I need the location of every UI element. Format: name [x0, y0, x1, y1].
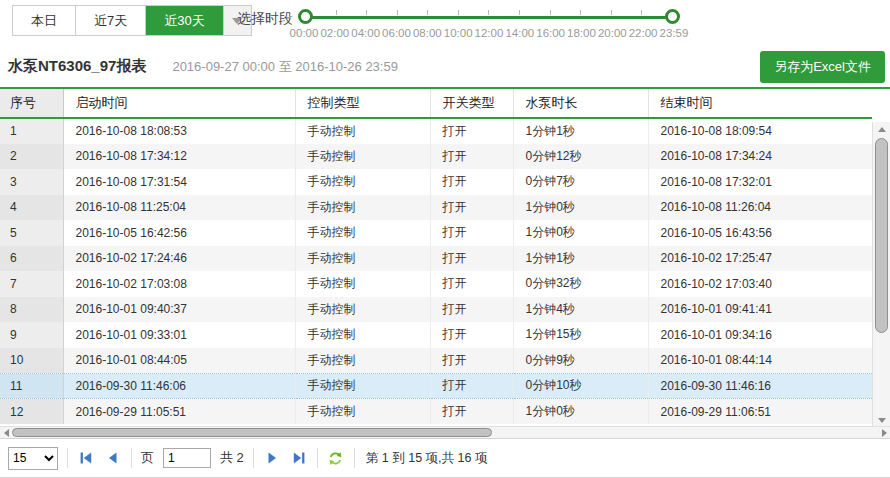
- start-time-cell: 2016-10-01 08:44:05: [63, 348, 295, 374]
- control-type-cell: 手动控制: [295, 246, 430, 272]
- report-table-container: 序号 启动时间 控制类型 开关类型 水泵时长 结束时间 1 2016-10-08…: [0, 87, 890, 438]
- start-time-cell: 2016-10-08 11:25:04: [63, 195, 295, 221]
- switch-type-cell: 打开: [430, 169, 513, 195]
- duration-cell: 1分钟0秒: [513, 195, 648, 221]
- range-button-30days[interactable]: 近30天: [146, 6, 223, 35]
- vertical-scrollbar-thumb[interactable]: [875, 138, 888, 333]
- end-time-cell: 2016-10-08 18:09:54: [648, 118, 872, 144]
- row-index-cell: 6: [0, 246, 63, 272]
- column-header-control-type[interactable]: 控制类型: [295, 89, 430, 118]
- next-page-icon: [264, 450, 280, 466]
- pager-separator: [354, 448, 355, 468]
- horizontal-scrollbar[interactable]: [0, 426, 890, 438]
- first-page-button[interactable]: [77, 449, 95, 467]
- start-time-cell: 2016-10-05 16:42:56: [63, 220, 295, 246]
- duration-cell: 1分钟15秒: [513, 322, 648, 348]
- control-type-cell: 手动控制: [295, 399, 430, 425]
- scroll-up-icon[interactable]: [873, 122, 890, 137]
- duration-cell: 1分钟0秒: [513, 220, 648, 246]
- end-time-cell: 2016-10-08 11:26:04: [648, 195, 872, 221]
- range-button-today[interactable]: 本日: [13, 6, 76, 35]
- table-row[interactable]: 4 2016-10-08 11:25:04 手动控制 打开 1分钟0秒 2016…: [0, 195, 872, 221]
- scroll-left-icon[interactable]: [0, 427, 12, 439]
- horizontal-scrollbar-thumb[interactable]: [12, 428, 492, 437]
- column-header-duration[interactable]: 水泵时长: [513, 89, 648, 118]
- control-type-cell: 手动控制: [295, 195, 430, 221]
- slider-handle-end[interactable]: [665, 9, 680, 24]
- end-time-cell: 2016-10-01 08:44:14: [648, 348, 872, 374]
- slider-tickmarks: [305, 10, 673, 15]
- slider-tick-labels: 00:0002:00 04:0006:00 08:0010:00 12:0014…: [289, 27, 689, 39]
- switch-type-cell: 打开: [430, 195, 513, 221]
- row-index-cell: 12: [0, 399, 63, 425]
- start-time-cell: 2016-10-08 17:31:54: [63, 169, 295, 195]
- switch-type-cell: 打开: [430, 271, 513, 297]
- table-row[interactable]: 2 2016-10-08 17:34:12 手动控制 打开 0分钟12秒 201…: [0, 144, 872, 170]
- table-row[interactable]: 10 2016-10-01 08:44:05 手动控制 打开 0分钟9秒 201…: [0, 348, 872, 374]
- prev-page-button[interactable]: [104, 449, 122, 467]
- start-time-cell: 2016-10-02 17:24:46: [63, 246, 295, 272]
- slider-handle-start[interactable]: [298, 9, 313, 24]
- row-index-cell: 2: [0, 144, 63, 170]
- row-index-cell: 3: [0, 169, 63, 195]
- row-index-cell: 5: [0, 220, 63, 246]
- row-index-cell: 10: [0, 348, 63, 374]
- pager-separator: [67, 448, 68, 468]
- end-time-cell: 2016-10-08 17:32:01: [648, 169, 872, 195]
- end-time-cell: 2016-09-30 11:46:16: [648, 373, 872, 399]
- table-header-row: 序号 启动时间 控制类型 开关类型 水泵时长 结束时间: [0, 89, 872, 118]
- start-time-cell: 2016-10-08 18:08:53: [63, 118, 295, 144]
- control-type-cell: 手动控制: [295, 322, 430, 348]
- duration-cell: 0分钟32秒: [513, 271, 648, 297]
- start-time-cell: 2016-10-01 09:40:37: [63, 297, 295, 323]
- table-row[interactable]: 8 2016-10-01 09:40:37 手动控制 打开 1分钟4秒 2016…: [0, 297, 872, 323]
- page-size-select[interactable]: 15: [8, 447, 58, 470]
- duration-cell: 1分钟0秒: [513, 399, 648, 425]
- column-header-end-time[interactable]: 结束时间: [648, 89, 872, 118]
- pager-separator: [317, 448, 318, 468]
- table-row[interactable]: 12 2016-09-29 11:05:51 手动控制 打开 1分钟0秒 201…: [0, 399, 872, 425]
- control-type-cell: 手动控制: [295, 348, 430, 374]
- report-date-range: 2016-09-27 00:00 至 2016-10-26 23:59: [172, 58, 398, 76]
- export-excel-button[interactable]: 另存为Excel文件: [760, 51, 885, 83]
- refresh-icon: [328, 451, 343, 466]
- pager-separator: [253, 448, 254, 468]
- column-header-index[interactable]: 序号: [0, 89, 63, 118]
- table-row[interactable]: 9 2016-10-01 09:33:01 手动控制 打开 1分钟15秒 201…: [0, 322, 872, 348]
- date-range-button-group: 本日 近7天 近30天: [12, 5, 252, 36]
- toolbar: 本日 近7天 近30天 选择时段 00:0002:00 04:0006:00 0…: [0, 0, 890, 46]
- start-time-cell: 2016-10-08 17:34:12: [63, 144, 295, 170]
- control-type-cell: 手动控制: [295, 220, 430, 246]
- table-row[interactable]: 7 2016-10-02 17:03:08 手动控制 打开 0分钟32秒 201…: [0, 271, 872, 297]
- duration-cell: 1分钟1秒: [513, 118, 648, 144]
- table-row[interactable]: 1 2016-10-08 18:08:53 手动控制 打开 1分钟1秒 2016…: [0, 118, 872, 144]
- duration-cell: 0分钟12秒: [513, 144, 648, 170]
- pager: 15 页 共 2 第 1 到 15 项,共 16 项: [0, 438, 890, 478]
- column-header-start-time[interactable]: 启动时间: [63, 89, 295, 118]
- time-slider-track[interactable]: [305, 16, 673, 19]
- table-row[interactable]: 11 2016-09-30 11:46:06 手动控制 打开 0分钟10秒 20…: [0, 373, 872, 399]
- page-label: 页: [141, 449, 154, 467]
- last-page-button[interactable]: [290, 449, 308, 467]
- next-page-button[interactable]: [263, 449, 281, 467]
- end-time-cell: 2016-10-02 17:03:40: [648, 271, 872, 297]
- scroll-right-icon[interactable]: [878, 427, 890, 439]
- table-row[interactable]: 6 2016-10-02 17:24:46 手动控制 打开 1分钟1秒 2016…: [0, 246, 872, 272]
- switch-type-cell: 打开: [430, 246, 513, 272]
- refresh-button[interactable]: [327, 449, 345, 467]
- end-time-cell: 2016-10-01 09:41:41: [648, 297, 872, 323]
- switch-type-cell: 打开: [430, 118, 513, 144]
- vertical-scrollbar[interactable]: [872, 122, 890, 428]
- row-index-cell: 1: [0, 118, 63, 144]
- end-time-cell: 2016-10-02 17:25:47: [648, 246, 872, 272]
- start-time-cell: 2016-09-29 11:05:51: [63, 399, 295, 425]
- table-row[interactable]: 5 2016-10-05 16:42:56 手动控制 打开 1分钟0秒 2016…: [0, 220, 872, 246]
- row-index-cell: 8: [0, 297, 63, 323]
- switch-type-cell: 打开: [430, 373, 513, 399]
- range-button-7days[interactable]: 近7天: [76, 6, 146, 35]
- table-row[interactable]: 3 2016-10-08 17:31:54 手动控制 打开 0分钟7秒 2016…: [0, 169, 872, 195]
- control-type-cell: 手动控制: [295, 118, 430, 144]
- control-type-cell: 手动控制: [295, 169, 430, 195]
- page-number-input[interactable]: [163, 448, 211, 468]
- column-header-switch-type[interactable]: 开关类型: [430, 89, 513, 118]
